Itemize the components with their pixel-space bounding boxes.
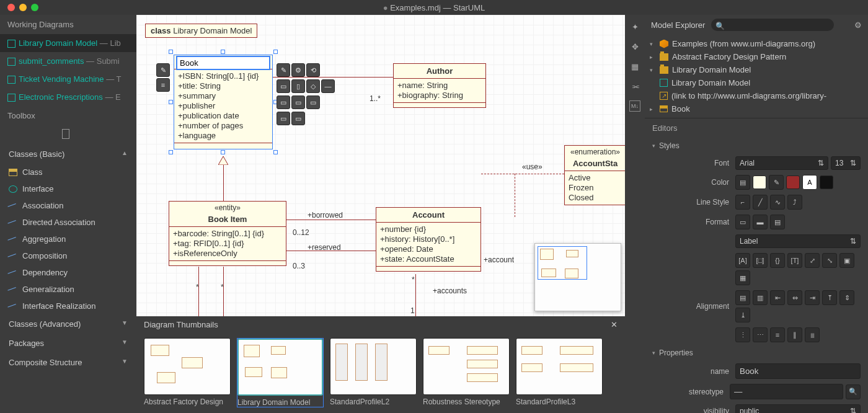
properties-section-header[interactable]: ▾Properties	[645, 345, 868, 361]
quick-settings-button[interactable]: ⚙	[291, 63, 305, 77]
working-diagram-item[interactable]: Ticket Vending Machine — T	[0, 70, 136, 88]
text-color-tool-icon[interactable]: A	[802, 175, 817, 190]
align-middle-button[interactable]: ⇕	[839, 290, 854, 305]
format-button[interactable]: ▬	[753, 215, 768, 229]
format-option-button[interactable]: ⤡	[822, 253, 837, 268]
format-button[interactable]: ▤	[770, 215, 785, 229]
tree-node-package[interactable]: ▾Library Domain Model	[650, 63, 863, 76]
quick-add-operation-button[interactable]: ≡	[156, 78, 170, 92]
line-color-swatch[interactable]	[786, 175, 800, 189]
tree-node-package[interactable]: ▸Abstract Factory Design Pattern	[650, 50, 863, 63]
tool-aggregation[interactable]: Aggregation	[0, 231, 136, 247]
prop-stereotype-input[interactable]	[730, 384, 843, 399]
quick-rel-button[interactable]: ◇	[306, 79, 320, 93]
text-color-swatch[interactable]	[820, 175, 833, 189]
distribute-button[interactable]: ≡	[770, 327, 785, 342]
fill-color-swatch[interactable]	[753, 175, 766, 189]
distribute-button[interactable]: ⋯	[753, 327, 768, 342]
cursor-tool[interactable]	[0, 125, 136, 144]
format-option-button[interactable]: ▦	[735, 270, 750, 285]
label-visibility-dropdown[interactable]: Label⇅	[735, 234, 861, 248]
minimap[interactable]	[534, 243, 621, 311]
thumbnail[interactable]: Abstract Factory Design	[144, 338, 231, 407]
linestyle-rounded-button[interactable]: ∿	[770, 195, 785, 210]
tool-association[interactable]: Association	[0, 197, 136, 214]
minimize-window-icon[interactable]	[19, 4, 27, 11]
align-right-button[interactable]: ⇥	[805, 290, 820, 305]
linestyle-rect-button[interactable]: ⌐	[735, 195, 750, 210]
uml-enum-accountstate[interactable]: «enumeration» AccountSta Active Frozen C…	[564, 145, 625, 205]
align-left-button[interactable]: ⇤	[770, 290, 785, 305]
font-family-dropdown[interactable]: Arial⇅	[735, 156, 828, 170]
gear-icon[interactable]: ⚙	[854, 20, 862, 30]
quick-rel-button[interactable]: ▭	[277, 112, 290, 125]
quick-rel-button[interactable]: ▭	[306, 95, 320, 109]
quick-rel-button[interactable]: ▭	[291, 95, 305, 109]
tool-composition[interactable]: Composition	[0, 247, 136, 264]
grid-icon[interactable]: ▦	[629, 61, 640, 72]
toolbox-category[interactable]: Packages▼	[0, 334, 136, 353]
uml-class-account[interactable]: Account +number {id} +history: History[0…	[376, 207, 481, 272]
font-size-stepper[interactable]: 13⇅	[831, 156, 861, 170]
format-option-button[interactable]: ▣	[839, 253, 854, 268]
tree-node-root[interactable]: ▾Examples (from www.uml-diagrams.org)	[650, 37, 863, 50]
working-diagram-item[interactable]: Library Domain Model — Lib	[0, 34, 136, 52]
tree-node-diagram[interactable]: Library Domain Model	[650, 76, 863, 89]
quick-add-attribute-button[interactable]: ✎	[156, 63, 170, 77]
working-diagram-item[interactable]: Electronic Prescriptions — E	[0, 88, 136, 106]
styles-section-header[interactable]: ▾Styles	[645, 138, 868, 154]
close-icon[interactable]: ✕	[611, 320, 618, 329]
thumbnail[interactable]: StandardProfileL2	[330, 338, 417, 407]
fill-color-tool-icon[interactable]: ▤	[735, 175, 750, 190]
prop-name-input[interactable]	[735, 363, 861, 379]
linestyle-curve-button[interactable]: ⤴	[787, 195, 802, 210]
format-option-button[interactable]: [T]	[787, 253, 802, 268]
quick-link-button[interactable]: ⟲	[306, 63, 320, 77]
linestyle-oblique-button[interactable]: ╱	[753, 195, 768, 210]
thumbnail[interactable]: StandardProfileL3	[516, 338, 603, 407]
toolbox-category[interactable]: Composite Structure▼	[0, 353, 136, 372]
close-window-icon[interactable]	[7, 4, 15, 11]
tool-dependency[interactable]: Dependency	[0, 264, 136, 281]
align-button[interactable]: ▥	[753, 290, 768, 305]
format-option-button[interactable]: ⤢	[805, 253, 820, 268]
format-option-button[interactable]: {}	[770, 253, 785, 268]
tool-interface[interactable]: Interface	[0, 180, 136, 197]
quick-rel-button[interactable]: ▭	[277, 79, 290, 93]
distribute-button[interactable]: ⫼	[805, 327, 820, 342]
tool-interface-realization[interactable]: Interface Realization	[0, 298, 136, 314]
distribute-button[interactable]: ∥	[787, 327, 802, 342]
align-center-button[interactable]: ⇔	[787, 290, 802, 305]
extensions-icon[interactable]: ✦	[629, 21, 640, 32]
tool-directed-association[interactable]: Directed Association	[0, 214, 136, 231]
uml-class-bookitem[interactable]: «entity» Book Item +barcode: String[0..1…	[169, 201, 286, 266]
format-option-button[interactable]: [□]	[753, 253, 768, 268]
minimap-viewport[interactable]	[538, 246, 587, 280]
format-option-button[interactable]: [A]	[735, 253, 750, 268]
tree-node-class[interactable]: ▸Book	[650, 102, 863, 115]
align-top-button[interactable]: ⤒	[822, 290, 837, 305]
line-color-tool-icon[interactable]: ✎	[769, 175, 784, 190]
tree-node-link[interactable]: ↗(link to http://www.uml-diagrams.org/li…	[650, 89, 863, 102]
prop-visibility-dropdown[interactable]: public⇅	[735, 404, 861, 413]
navigate-icon[interactable]: ✥	[629, 41, 640, 52]
tool-class[interactable]: Class	[0, 164, 136, 180]
quick-rel-button[interactable]: ▯	[291, 79, 305, 93]
toolbox-category[interactable]: Classes (Advanced)▼	[0, 314, 136, 334]
zoom-window-icon[interactable]	[31, 4, 38, 11]
thumbnail[interactable]: Library Domain Model	[237, 338, 324, 407]
uml-class-author[interactable]: Author +name: String +biography: String	[393, 63, 486, 108]
quick-rel-button[interactable]: —	[321, 79, 335, 93]
distribute-button[interactable]: ⋮	[735, 327, 750, 342]
working-diagram-item[interactable]: submit_comments — Submi	[0, 52, 136, 70]
stereotype-browse-button[interactable]: 🔍	[846, 384, 861, 399]
tool-generalization[interactable]: Generalization	[0, 281, 136, 298]
model-search-input[interactable]	[711, 19, 834, 31]
markdown-icon[interactable]: M↓	[629, 100, 640, 112]
quick-rel-button[interactable]: ▭	[277, 95, 290, 109]
share-icon[interactable]: ⫘	[629, 81, 640, 92]
quick-edit-button[interactable]: ✎	[277, 63, 290, 77]
toolbox-category[interactable]: Classes (Basic) ▲	[0, 144, 136, 164]
thumbnail[interactable]: Robustness Stereotype	[423, 338, 510, 407]
align-button[interactable]: ▤	[735, 290, 750, 305]
